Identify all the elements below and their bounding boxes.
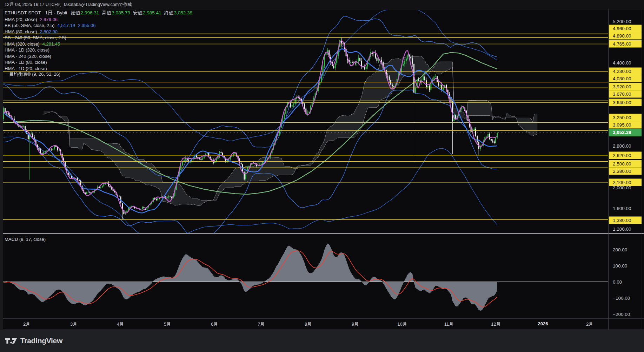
legend-row-bb50-row[interactable]: BB (50, SMA, close, 2.5)4,517.192,355.06 — [5, 23, 96, 28]
time-axis-drag-area[interactable] — [0, 318, 608, 330]
legend-text: 安値 — [133, 10, 142, 16]
legend-text: 終値 — [164, 10, 173, 16]
legend-text: 3,085.79 — [112, 10, 130, 15]
legend-text: 2,979.06 — [40, 16, 58, 22]
legend-text: 始値 — [71, 10, 80, 16]
legend-row-bb240-row[interactable]: BB · 240 (50, SMA, close, 2.5) — [5, 35, 66, 40]
legend-text: 2,985.41 — [143, 10, 161, 15]
legend-text: 4,517.19 — [57, 23, 75, 28]
tradingview-logo-icon — [5, 338, 17, 344]
legend-text: BB · 240 (50, SMA, close, 2.5) — [5, 35, 66, 40]
price-axis-drag-area[interactable] — [609, 9, 644, 318]
macd-legend-row[interactable]: MACD (9, 17, close) — [5, 237, 46, 242]
tradingview-logo-text: TradingView — [20, 337, 62, 345]
legend-text: BB (50, SMA, close, 2.5) — [5, 23, 54, 28]
tradingview-logo[interactable]: TradingView — [5, 337, 62, 345]
legend-row-hma240-320-row[interactable]: HMA · 240 (320, close) — [5, 53, 51, 59]
price-chart-canvas[interactable] — [0, 0, 644, 352]
legend-row-hma20-row[interactable]: HMA (20, close)2,979.06 — [5, 16, 58, 22]
legend-text: HMA · 240 (320, close) — [5, 53, 51, 59]
legend-text: 4,281.45 — [42, 41, 60, 46]
legend-text: HMA · 1D (80, close) — [5, 60, 47, 65]
legend-row-hma80-row[interactable]: HMA (80, close)2,802.90 — [5, 29, 58, 34]
legend-text: 一目均衡表® (9, 26, 52, 26) — [5, 71, 60, 77]
bottom-toolbar: TradingView — [0, 330, 644, 352]
legend-row-hma1d80-row[interactable]: HMA · 1D (80, close) — [5, 60, 47, 65]
legend-text: HMA (80, close) — [5, 29, 37, 34]
legend-row-hma1d320-row[interactable]: HMA · 1D (320, close) — [5, 47, 49, 53]
legend-text: HMA (320, close) — [5, 41, 40, 46]
legend-text: 3,052.38 — [174, 10, 192, 15]
legend-row-symbol-row[interactable]: ETHUSDT SPOT · 1日 · Bybit始値2,996.31高値3,0… — [5, 10, 192, 16]
legend-text: HMA · 1D (320, close) — [5, 47, 49, 53]
legend-text: 2,996.31 — [81, 10, 99, 15]
legend-row-ichimoku-row[interactable]: 一目均衡表® (9, 26, 52, 26) — [5, 71, 60, 77]
left-edge-strip — [0, 9, 3, 330]
legend-text: 2,802.90 — [40, 29, 58, 34]
legend-text: HMA · 1D (20, close) — [5, 66, 47, 71]
legend-row-hma1d20-row[interactable]: HMA · 1D (20, close) — [5, 66, 47, 71]
legend-text: 2,355.06 — [78, 23, 96, 28]
legend-row-hma320-row[interactable]: HMA (320, close)4,281.45 — [5, 41, 60, 46]
tradingview-chart-window: 12月 03, 2025 16:17 UTC+9、takatabaがTradin… — [0, 0, 644, 352]
legend-text: HMA (20, close) — [5, 16, 37, 22]
legend-text: ETHUSDT SPOT · 1日 · Bybit — [5, 10, 67, 16]
legend-text: 高値 — [102, 10, 111, 16]
